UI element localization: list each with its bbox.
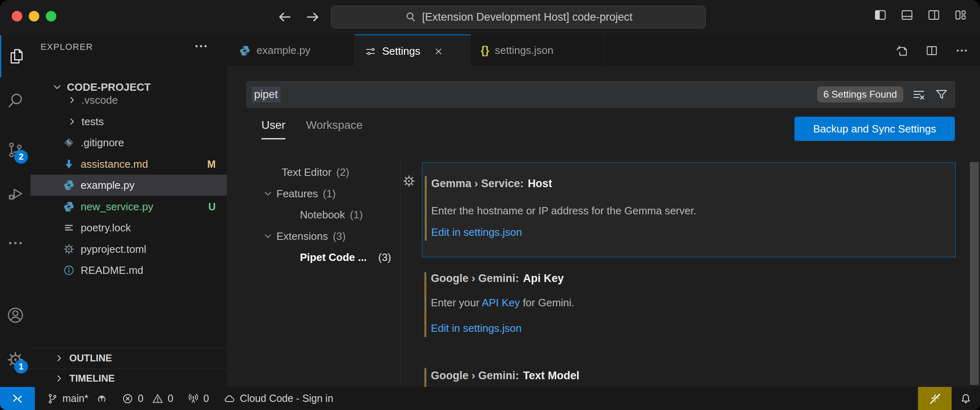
setting-label: Host (528, 177, 552, 190)
activity-settings[interactable]: 1 (0, 339, 30, 381)
scope-tab-user[interactable]: User (261, 119, 285, 139)
problems-status-item[interactable]: 0 0 (122, 387, 173, 410)
close-tab-icon[interactable] (433, 46, 444, 57)
navigate-back-icon[interactable] (276, 9, 293, 25)
tree-item-folder[interactable]: tests (30, 111, 227, 132)
tree-item-file[interactable]: poetry.lock (30, 217, 227, 238)
chevron-right-icon (54, 353, 64, 363)
account-icon (6, 306, 25, 325)
split-editor-icon[interactable] (925, 44, 939, 58)
file-label: pyproject.toml (81, 243, 146, 256)
tab-label: example.py (257, 44, 310, 57)
notifications-status-item[interactable] (952, 387, 980, 410)
tree-item-file-selected[interactable]: example.py (30, 175, 227, 196)
tree-item-file[interactable]: new_service.py U (30, 196, 227, 217)
toc-item-pipet-code[interactable]: Pipet Code ... (3) (300, 247, 391, 268)
more-actions-icon[interactable] (955, 44, 969, 58)
toc-item-features[interactable]: Features (1) (263, 183, 336, 204)
activity-accounts[interactable] (0, 294, 30, 336)
broadcast-count: 0 (203, 393, 209, 404)
tab-settings[interactable]: Settings (355, 34, 471, 67)
modified-indicator (424, 368, 426, 387)
broadcast-status-item[interactable]: 0 (187, 387, 209, 410)
settings-search-input[interactable]: pipet 6 Settings Found (246, 81, 955, 108)
minimize-window-button[interactable] (29, 11, 39, 21)
chevron-right-icon (67, 95, 77, 105)
activity-more[interactable] (0, 222, 30, 264)
markdown-file-icon (63, 158, 75, 170)
open-settings-json-icon[interactable] (895, 44, 909, 58)
backup-and-sync-button[interactable]: Backup and Sync Settings (794, 117, 955, 141)
tree-item-file[interactable]: README.md (30, 260, 227, 281)
setting-row-gemma-host[interactable]: Gemma › Service:Host Enter the hostname … (422, 162, 956, 257)
maximize-window-button[interactable] (46, 11, 56, 21)
api-key-link[interactable]: API Key (482, 297, 520, 309)
filter-icon[interactable] (934, 87, 949, 102)
file-label: poetry.lock (81, 222, 131, 234)
navigate-forward-icon[interactable] (305, 9, 321, 25)
file-label: new_service.py (81, 201, 153, 213)
tree-item-folder[interactable]: .vscode (30, 90, 227, 111)
setting-title: Google › Gemini:Text Model (431, 369, 580, 382)
window-title: [Extension Development Host] code-projec… (422, 11, 632, 23)
python-file-icon (63, 179, 75, 191)
activity-source-control[interactable]: 2 (0, 129, 30, 171)
toc-label: Notebook (300, 209, 345, 221)
tab-settings-json[interactable]: {} settings.json (471, 34, 604, 66)
branch-status-item[interactable]: main* (46, 387, 108, 410)
tree-item-file[interactable]: pyproject.toml (30, 239, 227, 260)
setting-category: Google › Gemini: (431, 272, 519, 284)
remote-indicator[interactable] (0, 387, 35, 410)
activity-explorer[interactable] (0, 35, 32, 77)
toggle-secondary-sidebar-icon[interactable] (927, 8, 941, 22)
customize-layout-icon[interactable] (953, 8, 968, 22)
toc-count: (3) (333, 230, 346, 243)
warning-icon (152, 393, 164, 405)
setting-gear-icon[interactable] (402, 174, 416, 188)
tab-example-py[interactable]: example.py (229, 34, 355, 66)
desc-text: Enter your (431, 297, 482, 309)
setting-title: Gemma › Service:Host (431, 177, 552, 190)
setting-row-gemini-text-model[interactable]: Google › Gemini:Text Model (422, 361, 956, 387)
tree-item-file[interactable]: .gitignore (30, 132, 227, 153)
setting-category: Gemma › Service: (431, 177, 524, 190)
publish-icon (96, 393, 108, 405)
explorer-more-icon[interactable] (193, 38, 209, 54)
edit-in-settings-json-link[interactable]: Edit in settings.json (431, 322, 522, 335)
timeline-section[interactable]: TIMELINE (30, 369, 227, 387)
python-file-icon (239, 45, 251, 57)
cloud-icon (223, 392, 236, 405)
lock-file-icon (63, 222, 75, 234)
activity-bar: 2 1 (0, 34, 31, 387)
desc-text: for Gemini. (520, 297, 574, 309)
scope-tab-workspace[interactable]: Workspace (306, 119, 363, 132)
command-center[interactable]: [Extension Development Host] code-projec… (331, 6, 706, 28)
setting-row-gemini-api-key[interactable]: Google › Gemini:Api Key Enter your API K… (422, 263, 956, 361)
activity-search[interactable] (0, 79, 30, 121)
toml-gear-icon (63, 243, 75, 255)
settings-badge: 1 (14, 360, 28, 374)
explorer-header: EXPLORER (41, 42, 93, 52)
edit-in-settings-json-link[interactable]: Edit in settings.json (431, 226, 522, 239)
chevron-down-icon (263, 231, 273, 241)
activity-run-debug[interactable] (0, 173, 30, 215)
close-window-button[interactable] (12, 11, 22, 21)
assist-disabled-status-item[interactable] (918, 387, 952, 410)
setting-category: Google › Gemini: (431, 369, 519, 382)
results-count-badge: 6 Settings Found (817, 86, 903, 102)
clear-filters-icon[interactable] (912, 87, 926, 102)
toggle-primary-sidebar-icon[interactable] (873, 8, 888, 22)
toc-splitter[interactable] (400, 161, 401, 384)
toc-item-notebook[interactable]: Notebook (1) (300, 204, 363, 225)
scrollbar[interactable] (970, 162, 979, 385)
toggle-panel-icon[interactable] (900, 8, 914, 22)
outline-section[interactable]: OUTLINE (30, 348, 227, 368)
tree-item-file[interactable]: assistance.md M (30, 154, 227, 175)
search-icon (404, 11, 417, 23)
toc-item-extensions[interactable]: Extensions (3) (263, 226, 346, 247)
toc-item-text-editor[interactable]: Text Editor (2) (282, 162, 349, 183)
bell-icon (959, 392, 972, 405)
cloud-code-status-item[interactable]: Cloud Code - Sign in (223, 387, 334, 410)
more-icon (6, 234, 24, 252)
explorer-sidebar: EXPLORER CODE-PROJECT .vscode tests .git… (30, 34, 227, 387)
